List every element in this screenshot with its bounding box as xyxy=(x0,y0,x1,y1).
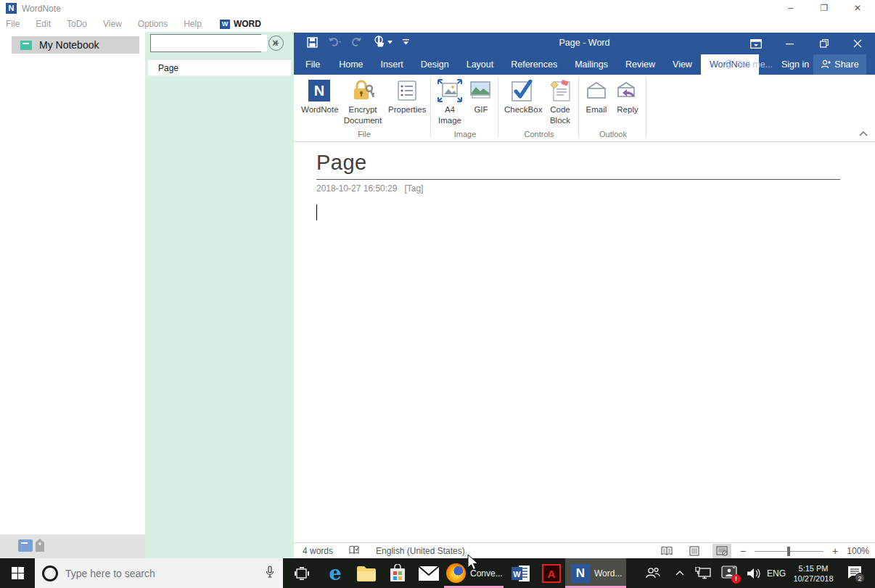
folder-icon xyxy=(356,566,377,581)
svg-text:W: W xyxy=(513,569,521,578)
page-search-box[interactable]: ✕ xyxy=(150,34,261,52)
menu-options[interactable]: Options xyxy=(130,19,176,29)
store-taskbar-button[interactable] xyxy=(385,558,411,588)
chevron-up-icon xyxy=(675,571,684,576)
lock-key-icon xyxy=(351,79,374,102)
tab-view[interactable]: View xyxy=(664,54,701,75)
action-center-button[interactable]: 2 xyxy=(839,558,871,588)
ribbon-tab-bar: File Home Insert Design Layout Reference… xyxy=(294,54,875,75)
network-tray-button[interactable] xyxy=(691,558,715,588)
taskbar-search-input[interactable] xyxy=(65,568,258,579)
properties-button[interactable]: Properties xyxy=(385,75,429,115)
acrobat-taskbar-button[interactable]: A xyxy=(538,558,564,588)
taskbar-search-box[interactable] xyxy=(35,558,283,588)
menu-view[interactable]: View xyxy=(95,19,130,29)
add-page-button[interactable]: + xyxy=(268,36,284,51)
tab-home[interactable]: Home xyxy=(330,54,371,75)
language-indicator: ENG xyxy=(767,568,786,579)
code-block-button[interactable]: Code Block xyxy=(543,75,577,126)
start-button[interactable] xyxy=(0,558,35,588)
word-minimize-button[interactable] xyxy=(779,36,800,51)
tab-mailings[interactable]: Mailings xyxy=(566,54,617,75)
zoom-slider-thumb[interactable] xyxy=(787,547,790,556)
zoom-slider[interactable] xyxy=(755,551,823,552)
word-count[interactable]: 4 words xyxy=(303,546,333,556)
task-view-button[interactable] xyxy=(289,558,315,588)
people-tray-button[interactable] xyxy=(640,558,666,588)
share-person-icon xyxy=(821,59,831,70)
document-canvas[interactable]: Page 2018-10-27 16:50:29[Tag] xyxy=(294,142,875,542)
word-window: Page - Word File Home Insert Design Layo… xyxy=(294,33,875,558)
proofing-icon[interactable] xyxy=(349,545,360,557)
word-close-button[interactable] xyxy=(847,36,868,51)
zoom-in-button[interactable]: + xyxy=(832,545,838,557)
cortana-icon xyxy=(42,566,58,581)
language-tray-button[interactable]: ENG xyxy=(763,558,789,588)
notification-icon: 2 xyxy=(847,566,862,581)
notebook-item-label: My Notebook xyxy=(39,39,99,51)
group-label-file: File xyxy=(298,130,430,138)
wordnote-taskbar-icon: N xyxy=(571,564,590,583)
sign-in-button[interactable]: Sign in xyxy=(781,54,809,75)
show-hidden-icons-button[interactable] xyxy=(669,558,691,588)
tab-layout[interactable]: Layout xyxy=(458,54,503,75)
wordnote-close-button[interactable]: ✕ xyxy=(847,1,868,15)
a4-image-button[interactable]: A4 Image xyxy=(433,75,467,126)
clock-tray-button[interactable]: 5:15 PM 10/27/2018 xyxy=(789,558,837,588)
menu-file[interactable]: File xyxy=(0,19,28,29)
tab-review[interactable]: Review xyxy=(617,54,664,75)
language-status[interactable]: English (United States) xyxy=(376,546,465,556)
tell-me-label: Tell me... xyxy=(736,59,773,70)
notebook-item-my-notebook[interactable]: My Notebook xyxy=(12,36,139,54)
share-button[interactable]: Share xyxy=(813,54,866,75)
wordnote-minimize-button[interactable]: – xyxy=(780,1,802,15)
tab-design[interactable]: Design xyxy=(412,54,458,75)
checkbox-button[interactable]: CheckBox xyxy=(501,75,543,115)
defender-tray-button[interactable]: ! xyxy=(717,558,742,588)
tell-me-box[interactable]: Tell me... xyxy=(725,54,773,75)
word-taskbar-button[interactable]: W xyxy=(508,558,534,588)
document-timestamp: 2018-10-27 16:50:29 xyxy=(316,183,397,194)
email-button[interactable]: Email xyxy=(581,75,612,115)
encrypt-document-button[interactable]: Encrypt Document xyxy=(340,75,385,126)
edge-taskbar-button[interactable]: e xyxy=(322,558,348,588)
page-search-input[interactable] xyxy=(151,35,267,51)
menu-todo[interactable]: ToDo xyxy=(59,19,95,29)
menu-edit[interactable]: Edit xyxy=(28,19,59,29)
menu-help[interactable]: Help xyxy=(176,19,210,29)
wordnote-taskbar-button[interactable]: N Word... xyxy=(565,558,626,588)
page-list-item[interactable]: Page xyxy=(147,59,292,76)
group-label-image: Image xyxy=(433,130,497,138)
print-layout-button[interactable] xyxy=(685,544,704,558)
wordnote-restore-button[interactable]: ❐ xyxy=(813,1,835,15)
wordnote-menubar: File Edit ToDo View Options Help W WORD xyxy=(0,16,875,32)
microphone-icon[interactable] xyxy=(266,566,274,581)
checkbox-icon xyxy=(512,79,533,102)
ribbon-display-options-button[interactable] xyxy=(745,36,767,51)
wordnote-n-icon: N xyxy=(308,79,330,102)
tag-icon[interactable] xyxy=(36,539,44,552)
collapse-ribbon-button[interactable] xyxy=(859,128,868,138)
volume-tray-button[interactable] xyxy=(742,558,766,588)
people-icon xyxy=(646,567,660,580)
web-layout-button[interactable] xyxy=(712,544,731,558)
reply-button[interactable]: Reply xyxy=(612,75,644,115)
clock-time: 5:15 PM xyxy=(793,563,833,573)
wordnote-window-label: Word... xyxy=(594,568,622,579)
menu-word[interactable]: W WORD xyxy=(210,19,261,29)
zoom-out-button[interactable]: − xyxy=(740,545,746,557)
read-mode-button[interactable] xyxy=(657,544,676,558)
network-icon xyxy=(695,567,711,580)
store-icon xyxy=(389,564,406,583)
mail-taskbar-button[interactable] xyxy=(416,558,442,588)
acrobat-icon: A xyxy=(542,564,561,583)
new-notebook-icon[interactable] xyxy=(18,539,33,552)
word-restore-button[interactable] xyxy=(813,36,835,51)
tab-file[interactable]: File xyxy=(294,54,330,75)
gif-button[interactable]: GIF xyxy=(467,75,496,115)
file-explorer-taskbar-button[interactable] xyxy=(353,558,379,588)
tab-references[interactable]: References xyxy=(502,54,566,75)
zoom-level[interactable]: 100% xyxy=(847,546,869,556)
tab-insert[interactable]: Insert xyxy=(372,54,412,75)
wordnote-button[interactable]: N WordNote xyxy=(298,75,340,115)
